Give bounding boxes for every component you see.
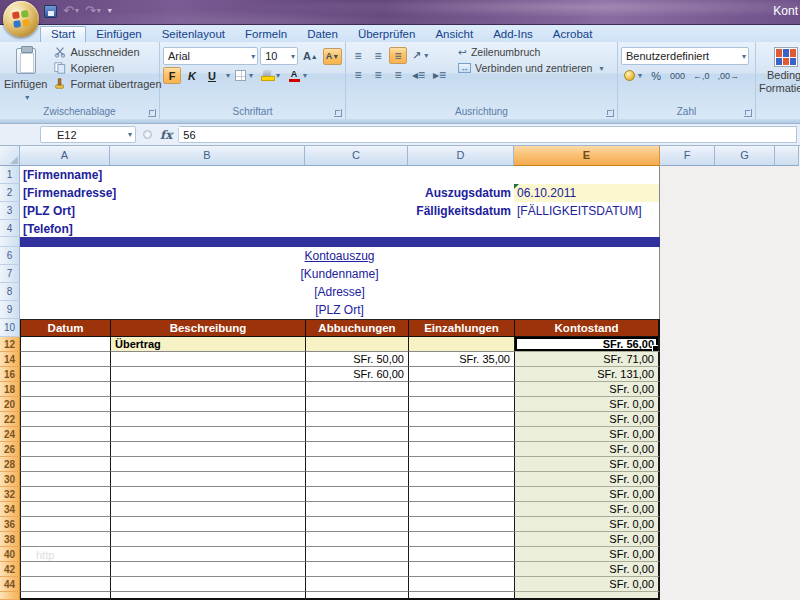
cell[interactable]: [110, 562, 305, 577]
ribbon-tab[interactable]: Seitenlayout: [152, 27, 235, 42]
save-button[interactable]: [44, 5, 57, 18]
ribbon-tab[interactable]: Daten: [297, 27, 348, 42]
cell[interactable]: [408, 442, 514, 457]
row-header[interactable]: 18: [0, 382, 20, 397]
align-bottom-button[interactable]: ≡: [389, 47, 407, 64]
row-header[interactable]: 22: [0, 412, 20, 427]
row-header[interactable]: 1: [0, 166, 20, 184]
bold-button[interactable]: F: [163, 67, 181, 84]
cell[interactable]: Fälligkeitsdatum: [408, 202, 514, 220]
column-header-partial[interactable]: [775, 146, 799, 166]
cell[interactable]: SFr. 0,00: [514, 442, 660, 457]
cell[interactable]: [20, 382, 110, 397]
decrease-indent-button[interactable]: ◂≡: [409, 66, 428, 83]
cell[interactable]: [20, 592, 110, 600]
cell[interactable]: [408, 547, 514, 562]
row-header[interactable]: 12: [0, 337, 20, 352]
cell[interactable]: [110, 382, 305, 397]
cell[interactable]: [305, 532, 408, 547]
cell[interactable]: [20, 502, 110, 517]
align-center-button[interactable]: ≡: [369, 66, 387, 83]
copy-button[interactable]: Kopieren: [51, 61, 164, 75]
cell[interactable]: [20, 562, 110, 577]
table-header-cell[interactable]: Beschreibung: [110, 319, 305, 337]
cell[interactable]: [408, 592, 514, 600]
cell[interactable]: SFr. 0,00: [514, 502, 660, 517]
cell[interactable]: [305, 472, 408, 487]
undo-button[interactable]: ↶▾: [63, 4, 79, 18]
table-header-cell[interactable]: Einzahlungen: [408, 319, 514, 337]
cell[interactable]: [408, 427, 514, 442]
row-header[interactable]: 26: [0, 442, 20, 457]
borders-button[interactable]: ▾: [232, 67, 256, 84]
row-header[interactable]: 44: [0, 577, 20, 592]
name-box[interactable]: E12 ▾: [40, 126, 136, 143]
cell[interactable]: [305, 166, 408, 184]
cell[interactable]: [305, 382, 408, 397]
row-header[interactable]: [0, 592, 20, 600]
cell[interactable]: [408, 166, 514, 184]
cell[interactable]: [305, 202, 408, 220]
cell[interactable]: [408, 532, 514, 547]
cell[interactable]: SFr. 0,00: [514, 457, 660, 472]
cell[interactable]: [110, 427, 305, 442]
row-header[interactable]: 30: [0, 472, 20, 487]
cell[interactable]: [305, 427, 408, 442]
cell[interactable]: [20, 367, 110, 382]
cell[interactable]: [408, 412, 514, 427]
cell[interactable]: [20, 472, 110, 487]
align-middle-button[interactable]: ≡: [369, 47, 387, 64]
ribbon-tab[interactable]: Formeln: [235, 27, 297, 42]
grow-font-button[interactable]: A▲: [300, 48, 321, 65]
ribbon-tab[interactable]: Einfügen: [86, 27, 151, 42]
cell[interactable]: [305, 397, 408, 412]
cell[interactable]: [305, 457, 408, 472]
cell[interactable]: [305, 442, 408, 457]
dialog-launcher-icon[interactable]: [334, 109, 342, 117]
cell[interactable]: SFr. 0,00: [514, 517, 660, 532]
wrap-text-button[interactable]: ↩ Zeilenumbruch: [455, 45, 606, 59]
ribbon-tab[interactable]: Start: [40, 26, 86, 42]
font-size-combo[interactable]: 10 ▾: [260, 47, 298, 65]
cell[interactable]: [305, 487, 408, 502]
cell[interactable]: [20, 577, 110, 592]
increase-indent-button[interactable]: ▸≡: [430, 66, 449, 83]
cell[interactable]: [305, 220, 408, 237]
cell[interactable]: [20, 412, 110, 427]
cell[interactable]: [20, 457, 110, 472]
comma-style-button[interactable]: 000: [667, 67, 688, 84]
table-header-cell[interactable]: Kontostand: [514, 319, 660, 337]
cell[interactable]: [110, 412, 305, 427]
format-painter-button[interactable]: Format übertragen: [51, 77, 164, 91]
row-header[interactable]: 9: [0, 301, 20, 319]
align-top-button[interactable]: ≡: [349, 47, 367, 64]
cell[interactable]: SFr. 0,00: [514, 412, 660, 427]
row-header[interactable]: 4: [0, 220, 20, 237]
cell[interactable]: [110, 442, 305, 457]
cell[interactable]: [408, 367, 514, 382]
cell[interactable]: [Firmenname]: [20, 166, 305, 184]
cell[interactable]: [514, 592, 660, 600]
cell[interactable]: [20, 337, 110, 352]
cell[interactable]: SFr. 0,00: [514, 487, 660, 502]
cell[interactable]: SFr. 0,00: [514, 397, 660, 412]
cell[interactable]: [305, 502, 408, 517]
ribbon-tab[interactable]: Add-Ins: [483, 27, 543, 42]
cell[interactable]: [305, 547, 408, 562]
dialog-launcher-icon[interactable]: [606, 109, 614, 117]
number-format-combo[interactable]: Benutzerdefiniert ▾: [621, 47, 749, 65]
cell[interactable]: [305, 337, 408, 352]
cell[interactable]: [110, 487, 305, 502]
cell[interactable]: SFr. 0,00: [514, 547, 660, 562]
cell[interactable]: [110, 352, 305, 367]
cell[interactable]: 06.10.2011: [514, 184, 660, 202]
cell[interactable]: [110, 397, 305, 412]
office-button[interactable]: [3, 1, 39, 37]
decrease-decimal-button[interactable]: ,00→: [715, 67, 743, 84]
cell[interactable]: [110, 472, 305, 487]
row-header[interactable]: 38: [0, 532, 20, 547]
font-color-button[interactable]: A▾: [285, 67, 310, 84]
merge-center-button[interactable]: ↔ Verbinden und zentrieren ▾: [455, 61, 606, 75]
select-all-corner[interactable]: [0, 146, 20, 166]
cell[interactable]: [305, 184, 408, 202]
